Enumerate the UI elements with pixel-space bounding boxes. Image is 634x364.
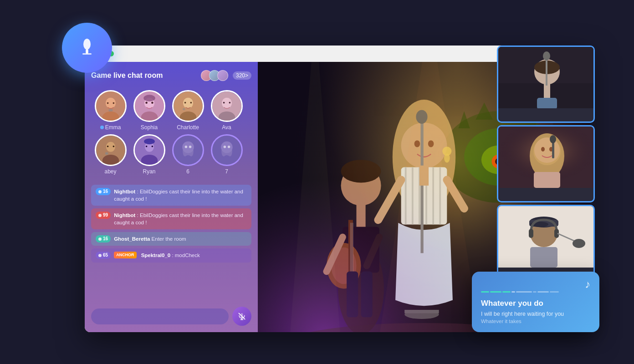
user-name-6: 6	[186, 168, 189, 175]
svg-point-129	[573, 239, 585, 248]
svg-rect-9	[108, 109, 112, 111]
svg-point-38	[144, 138, 155, 144]
svg-rect-118	[534, 172, 560, 188]
svg-point-30	[107, 146, 108, 147]
svg-point-37	[151, 146, 153, 147]
wave-spacer	[511, 291, 515, 293]
svg-point-45	[223, 146, 225, 148]
chat-header: Game live chat room 320>	[91, 70, 251, 81]
chat-sidebar: Game live chat room 320>	[85, 62, 258, 332]
svg-rect-32	[105, 152, 108, 155]
svg-point-20	[190, 102, 192, 104]
svg-point-8	[112, 102, 114, 104]
user-avatar-7	[211, 134, 243, 166]
user-item-abey[interactable]: abey	[91, 134, 130, 175]
svg-rect-108	[498, 47, 593, 108]
msg-badge-1: 16	[96, 188, 111, 195]
chat-messages: 16 Nightbot : EbilDoggies cast their lin…	[91, 185, 251, 302]
user-avatar-6	[172, 134, 204, 166]
chat-message-1: 16 Nightbot : EbilDoggies cast their lin…	[91, 185, 251, 206]
msg-text-3: Ghost_Beretta Enter the room	[114, 235, 247, 243]
users-grid: Emma	[91, 90, 251, 178]
video-thumbnails-panel	[497, 46, 595, 282]
music-wave-bars	[481, 280, 590, 293]
msg-text-2: Nightbot : EbilDoggies cast their line i…	[114, 212, 247, 226]
svg-point-0	[83, 39, 91, 50]
charlotte-avatar-svg	[174, 90, 203, 122]
music-note-icon: ♪	[585, 278, 590, 291]
ava-avatar-svg	[212, 90, 241, 122]
svg-point-13	[145, 101, 148, 104]
msg-badge-2: 99	[96, 212, 111, 219]
user-avatar-ava	[211, 90, 243, 122]
user-avatar-ryan	[133, 134, 165, 166]
svg-rect-125	[530, 247, 557, 268]
svg-point-46	[227, 146, 230, 148]
user-item-7[interactable]: 7	[207, 134, 246, 175]
anchor-badge: ANCHOR	[114, 252, 137, 258]
svg-point-114	[541, 147, 545, 152]
user-count-badge[interactable]: 320>	[233, 71, 251, 80]
user-name-abey: abey	[104, 168, 116, 175]
user-avatar-sophia	[133, 90, 165, 122]
emma-online-dot	[100, 126, 104, 129]
user-item-ryan[interactable]: Ryan	[130, 134, 169, 175]
user-name-7: 7	[225, 168, 228, 175]
user-name-charlotte: Charlotte	[177, 124, 199, 131]
svg-rect-77	[361, 272, 373, 318]
user-name-ava: Ava	[222, 124, 231, 131]
abey-avatar-svg	[96, 134, 125, 166]
msg-badge-3: 16	[96, 235, 111, 243]
video-thumb-1[interactable]	[497, 46, 595, 123]
svg-point-35	[141, 155, 158, 166]
msg-text-4: Spektral0_0 : modCheck	[141, 252, 247, 259]
thumb2-svg	[498, 126, 593, 188]
music-player-content: ♪ Whatever you do I will be right here w…	[481, 280, 590, 324]
music-line3: Whatever it takes	[481, 318, 590, 324]
user-item-6[interactable]: 6	[169, 134, 207, 175]
user-item-charlotte[interactable]: Charlotte	[169, 90, 207, 131]
svg-point-29	[102, 155, 119, 166]
mic-mute-button[interactable]	[232, 307, 251, 326]
user-name-ryan: Ryan	[143, 168, 155, 175]
svg-rect-21	[183, 108, 185, 111]
video-thumb-3[interactable]	[497, 205, 595, 282]
svg-point-36	[145, 146, 147, 147]
ghost-avatar-7	[212, 134, 241, 166]
wave-line-3	[502, 291, 511, 293]
wave-line-2	[490, 291, 501, 293]
svg-point-31	[112, 146, 114, 147]
thumb3-svg	[498, 206, 593, 268]
user-item-emma[interactable]: Emma	[91, 90, 130, 131]
avatar-group-item-3	[217, 70, 228, 81]
chat-message-2: 99 Nightbot : EbilDoggies cast their lin…	[91, 208, 251, 229]
chat-room-title: Game live chat room	[91, 71, 196, 80]
app-logo-circle	[62, 23, 112, 73]
thumb1-svg	[498, 47, 593, 108]
svg-point-117	[550, 135, 556, 143]
chat-message-3: 16 Ghost_Beretta Enter the room	[91, 232, 251, 246]
user-item-ava[interactable]: Ava	[207, 90, 246, 131]
emma-avatar-svg	[96, 90, 125, 122]
svg-point-26	[229, 102, 230, 104]
svg-point-14	[151, 101, 153, 104]
sophia-avatar-svg	[135, 90, 164, 122]
music-title: Whatever you do	[481, 299, 590, 308]
music-subtitle: I will be right here waiting for you	[481, 311, 590, 317]
svg-point-15	[143, 95, 155, 101]
svg-point-25	[223, 102, 225, 104]
user-name-emma: Emma	[100, 124, 121, 131]
user-avatar-charlotte	[172, 90, 204, 122]
chat-message-4: 65 ANCHOR Spektral0_0 : modCheck	[91, 248, 251, 262]
svg-point-7	[107, 102, 108, 104]
user-avatar-emma	[95, 90, 127, 122]
svg-point-65	[341, 160, 381, 182]
user-item-sophia[interactable]: Sophia	[130, 90, 169, 131]
chat-input-field[interactable]	[91, 308, 229, 324]
svg-point-42	[189, 146, 191, 148]
Sophia: Sophia	[141, 124, 158, 131]
mic-off-icon	[237, 312, 246, 321]
video-thumb-2[interactable]	[497, 125, 595, 202]
svg-rect-126	[529, 229, 533, 238]
ryan-avatar-svg	[135, 134, 164, 166]
